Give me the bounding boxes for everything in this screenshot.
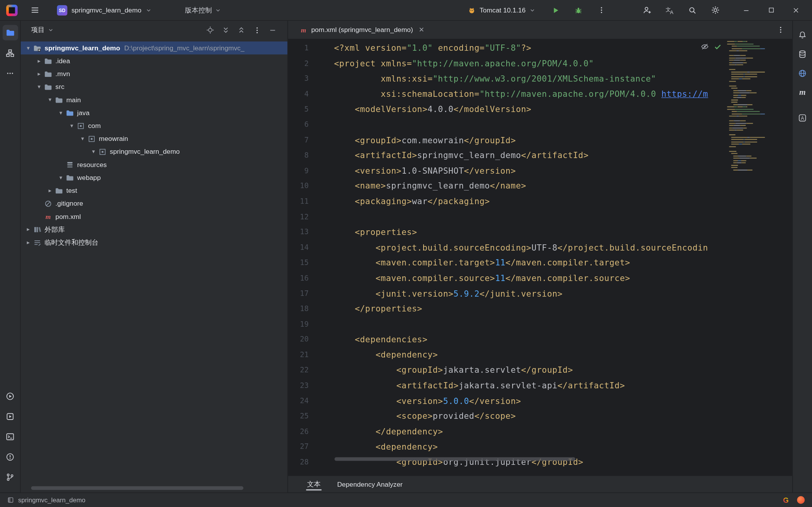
notifications-button[interactable] — [795, 27, 810, 43]
line-number[interactable]: 28 — [288, 455, 308, 470]
code-line-text[interactable]: <artifactId>jakarta.servlet-api</artifac… — [334, 378, 625, 393]
view-tab-text[interactable]: 文本 — [300, 476, 327, 493]
update-indicator-icon[interactable] — [797, 496, 805, 504]
line-number[interactable]: 16 — [288, 270, 308, 286]
locate-file-button[interactable] — [204, 23, 217, 37]
line-number[interactable]: 2 — [288, 56, 308, 71]
code-line-text[interactable]: <dependency> — [334, 439, 438, 455]
code-line-text[interactable]: <maven.compiler.target>11</maven.compile… — [334, 255, 630, 270]
tree-item-src[interactable]: ▾src — [21, 80, 287, 93]
line-number[interactable]: 4 — [288, 87, 308, 102]
tree-item-com[interactable]: ▾com — [21, 119, 287, 132]
editor-horizontal-scrollbar[interactable] — [335, 457, 575, 461]
terminal-tool-button[interactable] — [2, 429, 18, 444]
translate-button[interactable]: 文A — [662, 2, 677, 18]
run-tool-button[interactable] — [2, 388, 18, 404]
google-plugin-icon[interactable]: G — [783, 496, 789, 504]
code-line-text[interactable]: <groupId>jakarta.servlet</groupId> — [334, 363, 573, 378]
code-line-text[interactable]: <artifactId>springmvc_learn_demo</artifa… — [334, 148, 589, 163]
line-number[interactable]: 12 — [288, 209, 308, 224]
chevron-right-icon[interactable]: ▸ — [24, 239, 33, 245]
code-with-me-button[interactable] — [639, 2, 655, 18]
tree-item-meowrain[interactable]: ▾meowrain — [21, 132, 287, 145]
line-number[interactable]: 19 — [288, 317, 308, 332]
chevron-down-icon[interactable]: ▾ — [24, 44, 33, 51]
code-line-text[interactable]: <project.build.sourceEncoding>UTF-8</pro… — [334, 240, 708, 255]
database-tool-button[interactable] — [795, 46, 810, 62]
code-line-text[interactable]: <?xml version="1.0" encoding="UTF-8"?> — [334, 41, 531, 56]
no-problems-check-icon[interactable] — [714, 43, 722, 51]
code-line-text[interactable]: <groupId>com.meowrain</groupId> — [334, 132, 516, 148]
line-number[interactable]: 25 — [288, 409, 308, 424]
line-number[interactable]: 24 — [288, 393, 308, 409]
collapse-all-button[interactable] — [234, 23, 248, 37]
line-number[interactable]: 7 — [288, 132, 308, 148]
code-line-text[interactable]: <version>1.0-SNAPSHOT</version> — [334, 163, 516, 178]
editor-minimap[interactable] — [727, 41, 775, 172]
maximize-button[interactable] — [762, 2, 780, 18]
ai-assistant-button[interactable]: A — [795, 110, 810, 126]
chevron-down-icon[interactable]: ▾ — [89, 148, 98, 155]
line-number[interactable]: 9 — [288, 163, 308, 178]
code-line-text[interactable]: </dependency> — [334, 424, 443, 439]
run-button[interactable] — [548, 2, 564, 18]
line-number[interactable]: 1 — [288, 41, 308, 56]
tree-item-x[interactable]: ▸临时文件和控制台 — [21, 236, 287, 249]
structure-tool-button[interactable] — [2, 45, 18, 61]
chevron-down-icon[interactable]: ▾ — [46, 96, 55, 103]
search-button[interactable] — [684, 2, 700, 18]
line-number[interactable]: 10 — [288, 178, 308, 194]
endpoints-tool-button[interactable] — [795, 65, 810, 81]
tree-item-main[interactable]: ▾main — [21, 93, 287, 106]
chevron-right-icon[interactable]: ▸ — [46, 187, 55, 194]
services-tool-button[interactable] — [2, 409, 18, 424]
project-tool-button[interactable] — [2, 25, 18, 41]
line-number[interactable]: 23 — [288, 378, 308, 393]
line-number[interactable]: 5 — [288, 102, 308, 117]
line-number[interactable]: 22 — [288, 363, 308, 378]
settings-button[interactable] — [707, 2, 723, 18]
more-tools-button[interactable] — [2, 65, 18, 81]
line-number[interactable]: 8 — [288, 148, 308, 163]
chevron-down-icon[interactable]: ▾ — [78, 135, 87, 142]
run-config-widget[interactable]: Tomcat 10.1.16 — [465, 4, 539, 16]
tab-close-icon[interactable]: ✕ — [419, 26, 424, 34]
line-number[interactable]: 20 — [288, 332, 308, 347]
code-line-text[interactable]: <junit.version>5.9.2</junit.version> — [334, 286, 562, 301]
line-number[interactable]: 17 — [288, 286, 308, 301]
chevron-down-icon[interactable]: ▾ — [57, 174, 66, 181]
line-number[interactable]: 14 — [288, 240, 308, 255]
code-line-text[interactable]: <maven.compiler.source>11</maven.compile… — [334, 270, 630, 286]
tree-item-.gitignore[interactable]: .gitignore — [21, 197, 287, 210]
more-actions-button[interactable] — [594, 2, 609, 18]
line-number[interactable]: 13 — [288, 224, 308, 240]
code-line-text[interactable]: <dependency> — [334, 347, 438, 363]
chevron-down-icon[interactable]: ▾ — [35, 84, 44, 90]
status-project-widget[interactable]: springmvc_learn_demo — [7, 496, 85, 504]
tree-item-springmvc_learn_demo[interactable]: ▾springmvc_learn_demo — [21, 145, 287, 158]
code-line-text[interactable]: <dependencies> — [334, 332, 427, 347]
tree-item-x[interactable]: ▸外部库 — [21, 223, 287, 236]
code-line-text[interactable]: xsi:schemaLocation="http://maven.apache.… — [334, 87, 708, 102]
chevron-right-icon[interactable]: ▸ — [35, 57, 44, 64]
expand-all-button[interactable] — [219, 23, 233, 37]
line-number[interactable]: 26 — [288, 424, 308, 439]
view-tab-dependency-analyzer[interactable]: Dependency Analyzer — [330, 476, 409, 493]
line-number[interactable]: 21 — [288, 347, 308, 363]
chevron-down-icon[interactable]: ▾ — [57, 109, 66, 116]
debug-button[interactable] — [571, 2, 586, 18]
code-line-text[interactable]: <project xmlns="http://maven.apache.org/… — [334, 56, 594, 71]
vcs-widget[interactable]: 版本控制 — [182, 4, 224, 17]
line-number[interactable]: 11 — [288, 194, 308, 209]
code-editor[interactable]: 1<?xml version="1.0" encoding="UTF-8"?>2… — [288, 39, 792, 475]
maven-tool-button[interactable]: m — [795, 84, 810, 100]
tree-item-.idea[interactable]: ▸.idea — [21, 54, 287, 67]
tree-item-webapp[interactable]: ▾webapp — [21, 171, 287, 184]
highlighting-off-icon[interactable] — [701, 43, 709, 51]
code-line-text[interactable]: <scope>provided</scope> — [334, 409, 516, 424]
minimize-button[interactable] — [738, 2, 755, 18]
panel-options-button[interactable] — [250, 23, 264, 37]
chevron-right-icon[interactable]: ▸ — [24, 226, 33, 233]
code-line-text[interactable]: <properties> — [334, 224, 417, 240]
main-menu-button[interactable] — [27, 2, 43, 18]
